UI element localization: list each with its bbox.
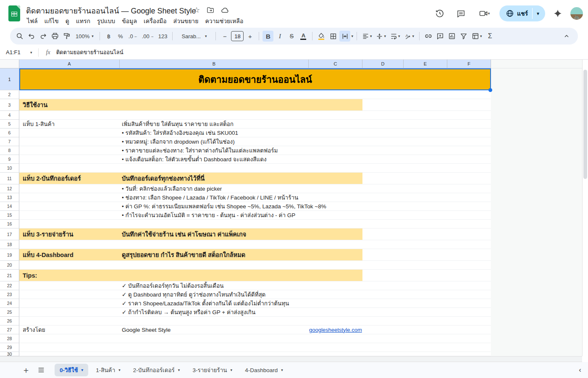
- insert-chart-button[interactable]: [446, 31, 457, 42]
- print-icon[interactable]: [50, 31, 60, 42]
- hyperlink[interactable]: googlesheetstyle.com: [309, 327, 362, 333]
- row-body[interactable]: • รหัสสินค้า: ใส่รหัสอ้างอิงของคุณ เช่น …: [19, 129, 491, 137]
- cell-B22[interactable]: ✓ บันทึกออร์เดอร์ทุกวัน ไม่ต้องรอสิ้นเดื…: [122, 281, 223, 290]
- row-header-18[interactable]: 18: [0, 240, 19, 249]
- row-body[interactable]: แท็บ 1-สินค้าเพิ่มสินค้าที่ขาย ใส่ต้นทุน…: [19, 120, 491, 129]
- sheet-tab-0-วิธีใช้[interactable]: 0-วิธีใช้▾: [55, 364, 88, 376]
- menu-item[interactable]: แก้ไข: [41, 15, 62, 27]
- table-views-button[interactable]: ▾: [470, 31, 484, 42]
- sheet-tab-1-สินค้า[interactable]: 1-สินค้า▾: [91, 364, 126, 376]
- functions-button[interactable]: Σ: [485, 31, 496, 42]
- menu-item[interactable]: แทรก: [73, 15, 94, 27]
- horizontal-scrollbar[interactable]: [0, 356, 582, 362]
- cell-A21[interactable]: Tips:: [23, 270, 37, 281]
- strikethrough-button[interactable]: S: [286, 31, 297, 42]
- cell-B27[interactable]: Google Sheet Style: [122, 326, 171, 334]
- sheet-tab-4-Dashboard[interactable]: 4-Dashboard▾: [240, 364, 288, 376]
- history-icon[interactable]: [431, 5, 448, 22]
- insert-link-button[interactable]: [423, 31, 434, 42]
- star-icon[interactable]: ☆: [193, 5, 200, 15]
- row-header-16[interactable]: 16: [0, 220, 19, 228]
- row-body[interactable]: ✓ ถ้ากำไรติดลบ → ต้นทุนสูง หรือค่า GP + …: [19, 308, 491, 317]
- name-box-dropdown[interactable]: ▾: [30, 50, 32, 55]
- column-header-E[interactable]: E: [404, 60, 447, 68]
- cell-A17[interactable]: แท็บ 3-รายจ่ายร้าน: [23, 228, 73, 240]
- sheet-tab-dropdown[interactable]: ▾: [281, 368, 283, 372]
- share-dropdown[interactable]: ▼: [533, 11, 545, 16]
- sheet-tab-3-รายจ่ายร้าน[interactable]: 3-รายจ่ายร้าน▾: [187, 364, 237, 376]
- cell-B5[interactable]: เพิ่มสินค้าที่ขาย ใส่ต้นทุน ราคาขาย และส…: [122, 120, 234, 128]
- selection-fill-handle[interactable]: [488, 88, 492, 92]
- cell-B15[interactable]: • กำไรจะคำนวณอัตโนมัติ = ราคาขาย - ต้นทุ…: [122, 211, 295, 219]
- row-body[interactable]: แท็บ 4-Dashboardดูสรุปยอดขาย กำไร สินค้า…: [19, 249, 491, 261]
- text-rotation-button[interactable]: A ▾: [403, 31, 416, 42]
- row-body[interactable]: ✓ ดู Dashboard ทุกอาทิตย์ ดูว่าช่องทางไห…: [19, 290, 491, 299]
- cell-A3[interactable]: วิธีใช้งาน: [23, 99, 47, 110]
- cell-B11[interactable]: บันทึกออร์เดอร์ทุกช่องทางไว้ที่นี่: [122, 173, 205, 184]
- number-format-button[interactable]: 123: [157, 31, 169, 42]
- vertical-align-button[interactable]: ▾: [374, 31, 388, 42]
- currency-format-button[interactable]: ฿: [103, 31, 114, 42]
- video-call-icon[interactable]: ▾: [473, 5, 495, 22]
- comment-icon[interactable]: [452, 5, 469, 22]
- increase-font-size-button[interactable]: +: [244, 31, 255, 42]
- cell-B19[interactable]: ดูสรุปยอดขาย กำไร สินค้าขายดี สต็อกใกล้ห…: [122, 249, 245, 260]
- row-body[interactable]: [19, 343, 491, 352]
- row-body[interactable]: [19, 240, 491, 249]
- undo-icon[interactable]: [26, 31, 37, 42]
- row-body[interactable]: Tips:: [19, 270, 491, 281]
- row-header-15[interactable]: 15: [0, 211, 19, 220]
- cell-A5[interactable]: แท็บ 1-สินค้า: [23, 120, 55, 128]
- row-header-1[interactable]: 1: [0, 68, 19, 90]
- column-header-C[interactable]: C: [309, 60, 362, 68]
- sheet-tab-dropdown[interactable]: ▾: [231, 368, 233, 372]
- row-header-8[interactable]: 8: [0, 146, 19, 155]
- cell-C27[interactable]: googlesheetstyle.com: [309, 326, 362, 334]
- row-header-9[interactable]: 9: [0, 155, 19, 164]
- menu-item[interactable]: รูปแบบ: [94, 15, 118, 27]
- cell-B25[interactable]: ✓ ถ้ากำไรติดลบ → ต้นทุนสูง หรือค่า GP + …: [122, 308, 255, 316]
- row-header-24[interactable]: 24: [0, 299, 19, 308]
- row-body[interactable]: • หมวดหมู่: เลือกจาก dropdown (แก้ได้ในช…: [19, 137, 491, 146]
- select-all-corner[interactable]: [0, 60, 19, 68]
- column-header-B[interactable]: B: [120, 60, 309, 68]
- row-body[interactable]: ✓ ราคา Shopee/Lazada/TikTok ตั้งต่างกันไ…: [19, 299, 491, 308]
- column-header-D[interactable]: D: [362, 60, 404, 68]
- row-header-28[interactable]: 28: [0, 334, 19, 343]
- row-body[interactable]: แท็บ 2-บันทึกออร์เดอร์บันทึกออร์เดอร์ทุก…: [19, 173, 491, 184]
- row-body[interactable]: [19, 164, 491, 173]
- row-header-5[interactable]: 5: [0, 120, 19, 129]
- menu-item[interactable]: ความช่วยเหลือ: [202, 15, 247, 27]
- menu-item[interactable]: ไฟล์: [24, 15, 41, 27]
- merge-cells-button[interactable]: [339, 31, 350, 42]
- percent-format-button[interactable]: %: [115, 31, 126, 42]
- cell-B13[interactable]: • ช่องทาง: เลือก Shopee / Lazada / TikTo…: [122, 193, 298, 202]
- cell-A19[interactable]: แท็บ 4-Dashboard: [23, 249, 74, 260]
- row-header-12[interactable]: 12: [0, 184, 19, 193]
- row-body[interactable]: • ค่า GP %: ค่าธรรมเนียมแพลตฟอร์ม เช่น S…: [19, 202, 491, 211]
- row-body[interactable]: [19, 334, 491, 343]
- row-body[interactable]: • วันที่: คลิกช่องแล้วเลือกจาก date pick…: [19, 184, 491, 193]
- fill-color-button[interactable]: [316, 31, 327, 42]
- row-header-27[interactable]: 27: [0, 326, 19, 334]
- merged-title-cell[interactable]: ติดตามยอดขายร้านออนไลน์: [19, 68, 491, 90]
- cell-B24[interactable]: ✓ ราคา Shopee/Lazada/TikTok ตั้งต่างกันไ…: [122, 299, 289, 307]
- row-body[interactable]: • ช่องทาง: เลือก Shopee / Lazada / TikTo…: [19, 193, 491, 202]
- cell-B14[interactable]: • ค่า GP %: ค่าธรรมเนียมแพลตฟอร์ม เช่น S…: [122, 202, 326, 210]
- horizontal-align-button[interactable]: ▾: [360, 31, 374, 42]
- search-icon[interactable]: [14, 31, 25, 42]
- row-header-7[interactable]: 7: [0, 137, 19, 146]
- borders-button[interactable]: [328, 31, 339, 42]
- cell-B6[interactable]: • รหัสสินค้า: ใส่รหัสอ้างอิงของคุณ เช่น …: [122, 129, 238, 137]
- cell-B23[interactable]: ✓ ดู Dashboard ทุกอาทิตย์ ดูว่าช่องทางไห…: [122, 290, 265, 299]
- hide-menus-icon[interactable]: [561, 31, 572, 42]
- cell-B7[interactable]: • หมวดหมู่: เลือกจาก dropdown (แก้ได้ในช…: [122, 137, 235, 146]
- text-wrap-button[interactable]: ▾: [388, 31, 402, 42]
- menu-item[interactable]: ดู: [62, 15, 73, 27]
- name-box[interactable]: A1:F1: [0, 49, 30, 55]
- column-header-F[interactable]: F: [447, 60, 491, 68]
- all-sheets-menu-icon[interactable]: [34, 362, 49, 378]
- cell-B12[interactable]: • วันที่: คลิกช่องแล้วเลือกจาก date pick…: [122, 184, 222, 193]
- redo-icon[interactable]: [38, 31, 49, 42]
- account-avatar[interactable]: 🚲: [570, 7, 583, 20]
